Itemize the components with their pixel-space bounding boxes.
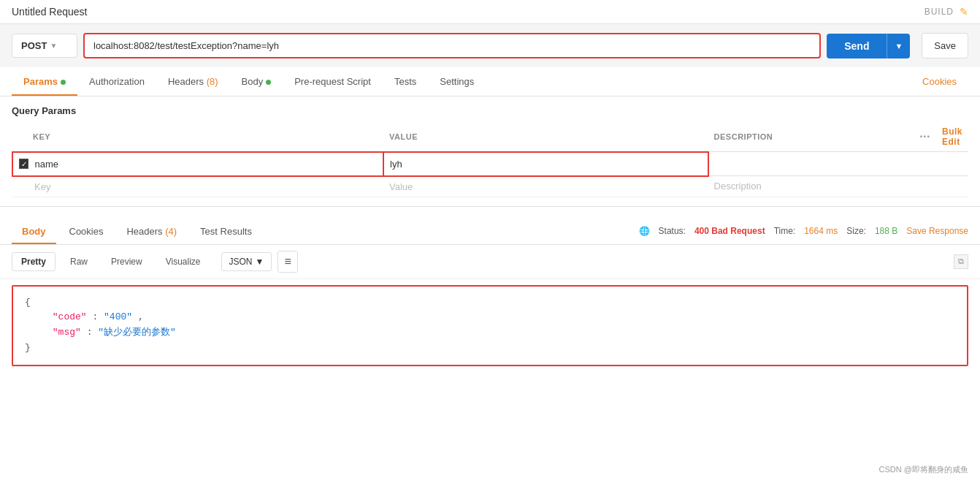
fmt-tab-pretty[interactable]: Pretty: [12, 252, 55, 271]
tab-settings[interactable]: Settings: [428, 67, 486, 96]
desc-placeholder: Description: [714, 181, 762, 192]
format-bar: Pretty Raw Preview Visualize JSON ▼ ≡ ⧉: [0, 245, 980, 279]
tab-tests[interactable]: Tests: [383, 67, 428, 96]
url-input[interactable]: [85, 34, 819, 57]
save-button[interactable]: Save: [922, 33, 968, 58]
send-btn-group: Send ▼: [827, 34, 910, 58]
send-arrow-button[interactable]: ▼: [887, 34, 910, 58]
tab-pre-request[interactable]: Pre-request Script: [283, 67, 383, 96]
status-value: 400 Bad Request: [694, 226, 765, 236]
wrap-button[interactable]: ≡: [277, 251, 297, 273]
param-desc-input[interactable]: [715, 157, 908, 171]
copy-icon[interactable]: ⧉: [954, 254, 968, 269]
size-value: 188 B: [875, 226, 897, 236]
wrap-icon: ≡: [284, 255, 291, 268]
spacer: [0, 207, 980, 219]
format-label: JSON: [229, 257, 253, 267]
build-label: BUILD: [925, 7, 954, 17]
value-placeholder: Value: [389, 181, 413, 192]
response-code-area: { "code" : "400" , "msg" : "缺少必要的参数" }: [12, 285, 968, 366]
col-header-actions: ···: [914, 122, 936, 152]
status-label: Status:: [659, 226, 686, 236]
url-input-wrapper: [83, 33, 821, 58]
tab-params[interactable]: Params: [12, 67, 77, 96]
param-value-input[interactable]: [390, 157, 702, 171]
key-placeholder: Key: [34, 181, 50, 192]
param-key-input[interactable]: [34, 157, 377, 171]
code-line-4: }: [25, 341, 955, 356]
table-row: ✓: [12, 152, 968, 176]
format-chevron-icon: ▼: [256, 257, 264, 267]
url-bar: POST ▼ Send ▼ Save: [0, 24, 980, 67]
param-checkbox[interactable]: ✓: [19, 159, 28, 169]
edit-icon[interactable]: ✎: [960, 6, 968, 18]
params-section: Query Params KEY VALUE DESCRIPTION ··· B…: [0, 96, 980, 206]
code-line-2: "code" : "400" ,: [25, 310, 955, 325]
resp-tab-headers[interactable]: Headers (4): [116, 219, 187, 244]
tab-headers[interactable]: Headers (8): [156, 67, 230, 96]
request-tabs: Params Authorization Headers (8) Body Pr…: [0, 67, 980, 96]
resp-tab-test-results[interactable]: Test Results: [190, 219, 262, 244]
size-label: Size:: [846, 226, 866, 236]
method-chevron-icon: ▼: [50, 42, 57, 50]
more-icon[interactable]: ···: [919, 130, 930, 143]
fmt-tab-visualize[interactable]: Visualize: [157, 253, 210, 270]
code-line-3: "msg" : "缺少必要的参数": [25, 325, 955, 341]
code-line-1: {: [25, 295, 955, 311]
save-response-button[interactable]: Save Response: [906, 226, 968, 236]
body-dot: [266, 80, 271, 85]
response-tabs: Body Cookies Headers (4) Test Results 🌐 …: [0, 219, 980, 245]
bulk-edit-button[interactable]: Bulk Edit: [942, 126, 962, 147]
send-button[interactable]: Send: [827, 34, 887, 58]
format-select[interactable]: JSON ▼: [221, 252, 272, 271]
response-meta: 🌐 Status: 400 Bad Request Time: 1664 ms …: [639, 226, 968, 236]
col-header-bulk: Bulk Edit: [936, 122, 968, 152]
request-title: Untitled Request: [12, 6, 88, 18]
params-dot: [61, 80, 66, 85]
method-label: POST: [21, 40, 47, 51]
table-row-empty: Key Value Description: [12, 176, 968, 197]
params-table: KEY VALUE DESCRIPTION ··· Bulk Edit: [12, 122, 968, 197]
col-header-key: KEY: [12, 122, 383, 152]
tab-authorization[interactable]: Authorization: [77, 67, 156, 96]
method-select[interactable]: POST ▼: [12, 34, 77, 58]
fmt-tab-raw[interactable]: Raw: [61, 253, 96, 270]
fmt-tab-preview[interactable]: Preview: [102, 253, 151, 270]
resp-tab-cookies[interactable]: Cookies: [59, 219, 114, 244]
time-label: Time:: [774, 226, 796, 236]
col-header-description: DESCRIPTION: [708, 122, 914, 152]
col-header-value: VALUE: [383, 122, 708, 152]
time-value: 1664 ms: [804, 226, 838, 236]
tab-cookies[interactable]: Cookies: [911, 67, 968, 96]
title-bar: Untitled Request BUILD ✎: [0, 0, 980, 24]
globe-icon: 🌐: [639, 226, 650, 236]
query-params-title: Query Params: [12, 105, 968, 116]
resp-tab-body[interactable]: Body: [12, 219, 56, 244]
tab-body[interactable]: Body: [230, 67, 283, 96]
